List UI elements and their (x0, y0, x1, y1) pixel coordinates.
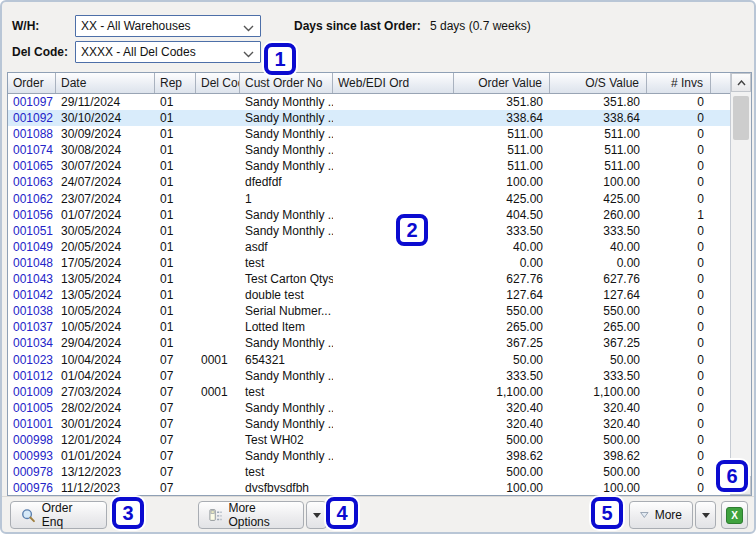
cell-num-invs: 0 (647, 464, 711, 480)
table-row[interactable]: 000993 01/01/2024 07 Sandy Monthly ... 3… (8, 448, 730, 464)
cell-order[interactable]: 001056 (8, 207, 56, 223)
cell-order[interactable]: 001092 (8, 110, 56, 126)
cell-date: 17/05/2024 (56, 255, 155, 271)
cell-num-invs: 0 (647, 223, 711, 239)
column-header-cust-order-no[interactable]: Cust Order No (240, 73, 333, 93)
cell-order[interactable]: 001051 (8, 223, 56, 239)
column-header-rep[interactable]: Rep (155, 73, 196, 93)
cell-num-invs: 0 (647, 303, 711, 319)
column-header-date[interactable]: Date (56, 73, 155, 93)
cell-del-code (196, 303, 240, 319)
table-row[interactable]: 001042 13/05/2024 01 double test 127.64 … (8, 287, 730, 303)
cell-order[interactable]: 001005 (8, 400, 56, 416)
more-options-dropdown-button[interactable] (306, 501, 327, 529)
cell-order[interactable]: 000976 (8, 480, 56, 495)
table-row[interactable]: 000978 13/12/2023 07 test 500.00 500.00 … (8, 464, 730, 480)
annotation-badge-1: 1 (264, 43, 296, 75)
column-header-os-value[interactable]: O/S Value (550, 73, 647, 93)
cell-order[interactable]: 000998 (8, 432, 56, 448)
table-row[interactable]: 001049 20/05/2024 01 asdf 40.00 40.00 0 (8, 239, 730, 255)
cell-order-value: 1,100.00 (454, 384, 550, 400)
column-header-del-code[interactable]: Del Code (196, 73, 240, 93)
table-row[interactable]: 001065 30/07/2024 01 Sandy Monthly ... 5… (8, 158, 730, 174)
cell-date: 10/05/2024 (56, 303, 155, 319)
scrollbar-thumb[interactable] (733, 96, 749, 140)
cell-rep: 01 (155, 126, 196, 142)
column-header-order-value[interactable]: Order Value (454, 73, 550, 93)
table-row[interactable]: 001048 17/05/2024 01 test 0.00 0.00 0 (8, 255, 730, 271)
table-row[interactable]: 001092 30/10/2024 01 Sandy Monthly ... 3… (8, 110, 730, 126)
cell-order[interactable]: 001048 (8, 255, 56, 271)
table-row[interactable]: 001034 29/04/2024 01 Sandy Monthly ... 3… (8, 335, 730, 351)
cell-order[interactable]: 000993 (8, 448, 56, 464)
cell-order[interactable]: 001012 (8, 368, 56, 384)
cell-date: 27/03/2024 (56, 384, 155, 400)
cell-del-code (196, 319, 240, 335)
cell-order[interactable]: 001062 (8, 191, 56, 207)
cell-os-value: 0.00 (550, 255, 647, 271)
cell-order[interactable]: 001074 (8, 142, 56, 158)
cell-cust-order-no: Sandy Monthly ... (240, 368, 333, 384)
column-header-web-edi-ord[interactable]: Web/EDI Ord (333, 73, 454, 93)
cell-order[interactable]: 001063 (8, 174, 56, 190)
table-row[interactable]: 001012 01/04/2024 07 Sandy Monthly ... 3… (8, 368, 730, 384)
cell-order[interactable]: 001038 (8, 303, 56, 319)
table-row[interactable]: 001043 13/05/2024 01 Test Carton Qtys 62… (8, 271, 730, 287)
cell-order[interactable]: 001088 (8, 126, 56, 142)
cell-order[interactable]: 001049 (8, 239, 56, 255)
cell-order[interactable]: 000978 (8, 464, 56, 480)
table-row[interactable]: 001097 29/11/2024 01 Sandy Monthly ... 3… (8, 94, 730, 110)
cell-cust-order-no: Sandy Monthly ... (240, 158, 333, 174)
table-row[interactable]: 001037 10/05/2024 01 Lotted Item 265.00 … (8, 319, 730, 335)
table-row[interactable]: 001088 30/09/2024 01 Sandy Monthly ... 5… (8, 126, 730, 142)
export-to-excel-button[interactable]: X (721, 501, 748, 529)
warehouse-select[interactable]: XX - All Warehouses (75, 15, 261, 37)
cell-order[interactable]: 001042 (8, 287, 56, 303)
cell-date: 01/07/2024 (56, 207, 155, 223)
cell-order[interactable]: 001001 (8, 416, 56, 432)
cell-filler (711, 174, 730, 190)
cell-os-value: 627.76 (550, 271, 647, 287)
table-row[interactable]: 001062 23/07/2024 01 1 425.00 425.00 0 (8, 191, 730, 207)
table-row[interactable]: 001074 30/08/2024 01 Sandy Monthly ... 5… (8, 142, 730, 158)
cell-order[interactable]: 001037 (8, 319, 56, 335)
column-header-num-invs[interactable]: # Invs (647, 73, 711, 93)
cell-date: 28/02/2024 (56, 400, 155, 416)
cell-order-value: 425.00 (454, 191, 550, 207)
table-row[interactable]: 000998 12/01/2024 07 Test WH02 500.00 50… (8, 432, 730, 448)
table-row[interactable]: 001023 10/04/2024 07 0001 654321 50.00 5… (8, 352, 730, 368)
table-row[interactable]: 001056 01/07/2024 01 Sandy Monthly ... 4… (8, 207, 730, 223)
cell-order-value: 511.00 (454, 126, 550, 142)
cell-filler (711, 368, 730, 384)
more-button[interactable]: More (629, 501, 693, 529)
table-row[interactable]: 000976 11/12/2023 07 dvsfbvsdfbh 100.00 … (8, 480, 730, 495)
cell-order[interactable]: 001065 (8, 158, 56, 174)
cell-order[interactable]: 001097 (8, 94, 56, 110)
cell-rep: 01 (155, 223, 196, 239)
table-row[interactable]: 001063 24/07/2024 01 dfedfdf 100.00 100.… (8, 174, 730, 190)
cell-order-value: 550.00 (454, 303, 550, 319)
cell-rep: 01 (155, 239, 196, 255)
table-row[interactable]: 001005 28/02/2024 07 Sandy Monthly ... 3… (8, 400, 730, 416)
table-row[interactable]: 001009 27/03/2024 07 0001 test 1,100.00 … (8, 384, 730, 400)
vertical-scrollbar[interactable] (730, 73, 751, 495)
table-row[interactable]: 001001 30/01/2024 07 Sandy Monthly ... 3… (8, 416, 730, 432)
cell-order[interactable]: 001023 (8, 352, 56, 368)
cell-filler (711, 287, 730, 303)
order-enq-button[interactable]: Order Enq (10, 501, 107, 529)
more-dropdown-button[interactable] (695, 501, 716, 529)
cell-date: 23/07/2024 (56, 191, 155, 207)
cell-order[interactable]: 001034 (8, 335, 56, 351)
table-row[interactable]: 001038 10/05/2024 01 Serial Nubmer... 55… (8, 303, 730, 319)
del-code-select[interactable]: XXXX - All Del Codes (75, 41, 261, 63)
dropdown-arrow-icon (313, 513, 321, 518)
scroll-up-button[interactable] (731, 73, 751, 92)
cell-del-code (196, 126, 240, 142)
column-header-order[interactable]: Order (8, 73, 56, 93)
table-row[interactable]: 001051 30/05/2024 01 Sandy Monthly ... 3… (8, 223, 730, 239)
cell-del-code (196, 207, 240, 223)
cell-del-code (196, 287, 240, 303)
more-options-button[interactable]: More Options (198, 501, 304, 529)
cell-order[interactable]: 001043 (8, 271, 56, 287)
cell-order[interactable]: 001009 (8, 384, 56, 400)
